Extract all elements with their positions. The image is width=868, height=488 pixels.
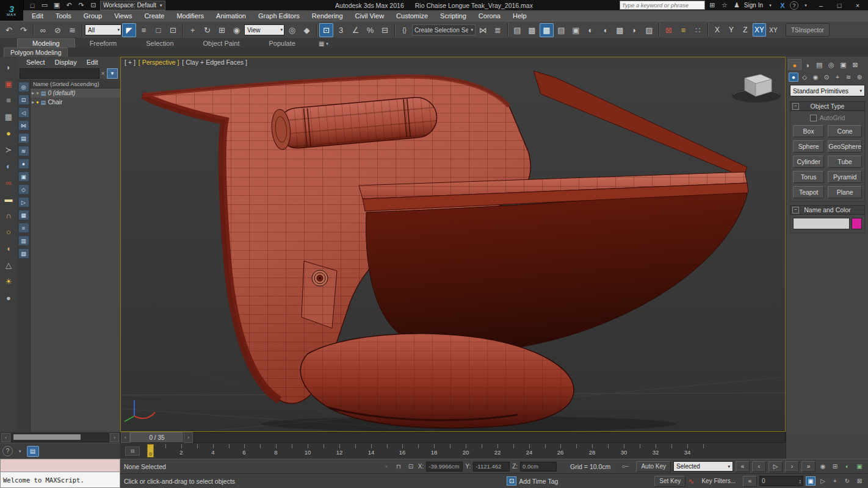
previous-frame-button[interactable]: ‹ bbox=[121, 432, 130, 443]
chevron-down-icon[interactable]: ▾ bbox=[19, 449, 21, 454]
user-icon[interactable]: ♟ bbox=[732, 1, 742, 10]
undo-icon[interactable]: ↶ bbox=[2, 23, 16, 37]
mini-curve-editor-icon[interactable]: ⊟ bbox=[125, 447, 140, 456]
redo-icon[interactable]: ↷ bbox=[76, 1, 87, 10]
table-view-icon[interactable]: ▦ bbox=[2, 111, 15, 122]
set-key-button[interactable]: Set Key bbox=[654, 476, 685, 487]
scroll-left-icon[interactable]: ‹ bbox=[1, 433, 10, 442]
add-time-tag[interactable]: Add Time Tag bbox=[519, 478, 558, 485]
menu-corona[interactable]: Corona bbox=[472, 10, 507, 21]
cylinder-button[interactable]: Cylinder bbox=[793, 156, 824, 168]
help-circle-icon[interactable]: ? bbox=[2, 446, 13, 456]
maxscript-mini-listener-input[interactable] bbox=[0, 459, 120, 472]
redo-icon[interactable]: ↷ bbox=[16, 23, 31, 37]
name-color-rollout-header[interactable]: − Name and Color bbox=[790, 205, 865, 215]
menu-civil-view[interactable]: Civil View bbox=[349, 10, 390, 21]
viewport-shading-menu[interactable]: [ Clay + Edged Faces ] bbox=[182, 59, 247, 66]
use-pivot-center-icon[interactable]: ◎ bbox=[285, 23, 299, 37]
scrollbar-track[interactable] bbox=[12, 433, 109, 442]
workspace-layers-icon[interactable]: ▤ bbox=[27, 446, 39, 457]
tab-create[interactable]: ● bbox=[788, 59, 801, 70]
named-selection-set-combo[interactable]: Create Selection Se ▾ bbox=[412, 24, 476, 35]
search-browse-icon[interactable]: ⊞ bbox=[707, 1, 717, 10]
ribbon-tab-selection[interactable]: Selection bbox=[131, 39, 188, 48]
geometry-icon[interactable]: ● bbox=[789, 73, 798, 82]
isolate-selection-icon[interactable]: ⊡ bbox=[507, 476, 516, 486]
hidden-bulb-icon[interactable]: ● bbox=[36, 90, 39, 96]
menu-edit[interactable]: Edit bbox=[26, 10, 49, 21]
tab-hierarchy[interactable]: ▤ bbox=[813, 60, 825, 70]
tab-modify[interactable]: ◑ bbox=[801, 60, 814, 70]
mirror-icon[interactable]: ⋈ bbox=[476, 23, 490, 37]
tsinspector-button[interactable]: TSInspector bbox=[786, 23, 830, 37]
menu-scripting[interactable]: Scripting bbox=[434, 10, 472, 21]
display-geometry-icon[interactable]: ⊡ bbox=[18, 95, 29, 105]
z-coordinate-field[interactable]: 0.0cm bbox=[520, 462, 557, 472]
object-type-rollout-header[interactable]: − Object Type bbox=[790, 101, 865, 111]
torus-button[interactable]: Torus bbox=[793, 171, 824, 183]
reference-coordinate-dropdown[interactable]: View ▾ bbox=[244, 24, 284, 35]
select-and-manipulate-icon[interactable]: ◆ bbox=[300, 23, 314, 37]
lightbulb-icon[interactable]: ● bbox=[2, 127, 15, 138]
glasses-icon[interactable]: ∞ bbox=[2, 177, 15, 188]
primitive-category-dropdown[interactable]: Standard Primitives ▾ bbox=[790, 85, 865, 96]
keyboard-shortcut-override-icon[interactable]: ⊡ bbox=[319, 23, 333, 37]
ribbon-tab-populate[interactable]: Populate bbox=[254, 39, 309, 48]
dome-icon[interactable]: ∩ bbox=[2, 210, 15, 221]
maxscript-mini-listener-output[interactable]: Welcome to MAXScript. bbox=[0, 472, 120, 488]
restore-button[interactable]: □ bbox=[831, 1, 847, 10]
select-and-rotate-icon[interactable]: ↻ bbox=[200, 23, 214, 37]
plane-button[interactable]: Plane bbox=[828, 186, 862, 198]
key-mode-toggle-icon[interactable]: ◉ bbox=[818, 462, 828, 471]
schematic-view-icon[interactable]: ▣ bbox=[569, 23, 583, 37]
undo-icon[interactable]: ↶ bbox=[63, 1, 74, 10]
scene-search-input[interactable] bbox=[20, 68, 99, 79]
helpers-icon[interactable]: + bbox=[833, 73, 842, 82]
angle-snap-icon[interactable]: ∠ bbox=[349, 23, 363, 37]
menu-views[interactable]: Views bbox=[108, 10, 138, 21]
list-view-icon[interactable]: ≡ bbox=[2, 95, 15, 106]
viewport-layout-icon[interactable]: ▣ bbox=[806, 476, 816, 486]
teapot-icon[interactable]: ◗ bbox=[2, 62, 15, 73]
ribbon-config-button[interactable]: ▦ ▾ bbox=[319, 40, 328, 48]
go-to-frame-start-button[interactable]: « bbox=[743, 476, 757, 487]
select-object-icon[interactable]: ◤ bbox=[122, 23, 136, 37]
display-spacewarps-icon[interactable]: ● bbox=[18, 159, 29, 169]
object-color-swatch[interactable] bbox=[852, 218, 862, 229]
menu-create[interactable]: Create bbox=[138, 10, 170, 21]
save-file-icon[interactable]: ▣ bbox=[51, 1, 62, 10]
menu-modifiers[interactable]: Modifiers bbox=[170, 10, 210, 21]
go-to-end-button[interactable]: » bbox=[801, 461, 816, 472]
sign-in-link[interactable]: Sign In bbox=[744, 2, 763, 9]
display-xrefs-icon[interactable]: ◇ bbox=[18, 184, 29, 195]
viewport-canvas[interactable] bbox=[121, 67, 785, 431]
rendered-frame-window-icon[interactable]: ▩ bbox=[613, 23, 627, 37]
display-bones-icon[interactable]: ▷ bbox=[18, 197, 29, 207]
space-warps-icon[interactable]: ≋ bbox=[844, 73, 853, 82]
teapot2-icon[interactable]: ◖ bbox=[2, 243, 15, 254]
current-frame-marker[interactable]: 0 bbox=[147, 444, 154, 458]
frame-spinner[interactable]: ▴ ▾ bbox=[799, 479, 801, 484]
display-lights-icon[interactable]: ⋈ bbox=[18, 120, 29, 131]
workspace-selector[interactable]: Workspace: Default ▾ bbox=[100, 1, 165, 10]
cone-button[interactable]: Cone bbox=[828, 125, 862, 137]
current-frame-field[interactable]: 0 ▴ ▾ bbox=[759, 476, 803, 486]
bind-to-space-warp-icon[interactable]: ≋ bbox=[65, 23, 79, 37]
auto-key-button[interactable]: Auto Key bbox=[636, 461, 671, 472]
explorer-menu-display[interactable]: Display bbox=[51, 59, 81, 66]
time-slider-handle[interactable]: 0 / 35 bbox=[130, 432, 184, 443]
lighting-analysis-icon[interactable]: ≡ bbox=[676, 23, 690, 37]
axis-constraint-y-button[interactable]: Y bbox=[725, 23, 738, 37]
key-mode-dropdown[interactable]: Selected ▾ bbox=[673, 461, 733, 472]
viewport-pov-menu[interactable]: [ Perspective ] bbox=[139, 59, 179, 66]
viewport-general-menu[interactable]: [ + ] bbox=[125, 59, 136, 66]
scrollbar-thumb[interactable] bbox=[13, 434, 81, 440]
render-production-icon[interactable]: ◗ bbox=[627, 23, 642, 37]
clear-search-icon[interactable]: × bbox=[101, 70, 105, 77]
spinner-down-icon[interactable]: ▾ bbox=[799, 481, 801, 484]
explorer-horizontal-scrollbar[interactable]: ‹ › bbox=[0, 432, 120, 443]
display-materials-icon[interactable]: ≡ bbox=[18, 223, 29, 233]
menu-customize[interactable]: Customize bbox=[390, 10, 434, 21]
display-containers-icon[interactable]: ▦ bbox=[18, 210, 29, 220]
axis-constraint-xy-button[interactable]: XY bbox=[753, 23, 766, 37]
